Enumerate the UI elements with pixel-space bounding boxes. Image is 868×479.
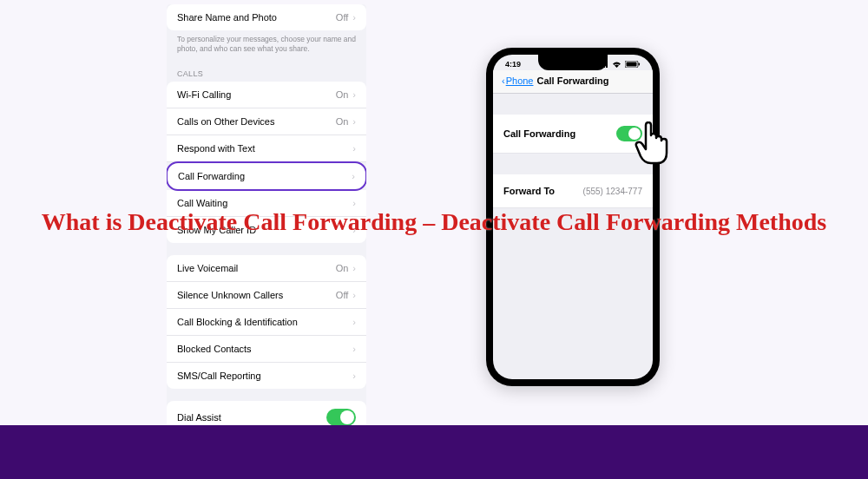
phone-notch (538, 55, 608, 70)
row-label: Call Blocking & Identification (177, 317, 298, 327)
dial-assist-toggle[interactable] (326, 409, 356, 426)
back-label: Phone (506, 75, 534, 86)
calls-header: CALLS (167, 61, 366, 82)
row-label: Call Forwarding (178, 171, 245, 181)
share-hint: To personalize your messages, choose you… (167, 30, 366, 61)
row-label: Call Waiting (177, 198, 227, 208)
chevron-right-icon: › (352, 12, 356, 23)
row-value: Off (336, 290, 348, 300)
pointer-hand-icon (634, 121, 679, 174)
chevron-right-icon: › (352, 116, 356, 127)
forward-number: (555) 1234-777 (583, 187, 642, 196)
back-button[interactable]: ‹ Phone (502, 75, 533, 86)
chevron-right-icon: › (352, 290, 356, 300)
chevron-right-icon: › (352, 263, 356, 273)
row-value: Off (336, 12, 348, 23)
row-label: Calls on Other Devices (177, 116, 275, 127)
phone-row-forwarding: Call Forwarding (493, 115, 653, 154)
row-label: Respond with Text (177, 143, 255, 154)
nav-title: Call Forwarding (536, 75, 608, 86)
status-time: 4:19 (505, 60, 521, 69)
row-other-devices[interactable]: Calls on Other Devices On › (167, 108, 366, 135)
chevron-right-icon: › (352, 344, 356, 354)
row-label: Blocked Contacts (177, 344, 252, 354)
svg-rect-6 (639, 63, 641, 66)
row-value: On (336, 89, 349, 100)
chevron-left-icon: ‹ (502, 75, 505, 86)
battery-icon (625, 61, 641, 68)
headline-text: What is Deactivate Call Forwarding – Dea… (26, 208, 842, 236)
row-live-voicemail[interactable]: Live Voicemail On › (167, 255, 366, 282)
footer-bar (0, 425, 868, 479)
chevron-right-icon: › (352, 371, 356, 381)
row-label: Silence Unknown Callers (177, 290, 283, 300)
row-label: Live Voicemail (177, 263, 238, 273)
row-sms-reporting[interactable]: SMS/Call Reporting › (167, 363, 366, 389)
row-label: Dial Assist (177, 412, 221, 423)
row-value: On (336, 263, 349, 273)
row-blocked-contacts[interactable]: Blocked Contacts › (167, 336, 366, 363)
svg-rect-5 (627, 62, 637, 67)
row-label: Forward To (503, 186, 555, 196)
chevron-right-icon: › (352, 198, 356, 208)
row-value: On (336, 116, 349, 127)
chevron-right-icon: › (352, 171, 355, 181)
nav-bar: ‹ Phone Call Forwarding (493, 70, 653, 94)
chevron-right-icon: › (352, 143, 356, 154)
chevron-right-icon: › (352, 317, 356, 327)
phone-row-forward-to[interactable]: Forward To (555) 1234-777 (493, 174, 653, 208)
row-share-name[interactable]: Share Name and Photo Off › (167, 4, 366, 30)
wifi-icon (611, 61, 622, 68)
row-label: Call Forwarding (503, 128, 575, 139)
chevron-right-icon: › (352, 89, 356, 100)
row-label: Share Name and Photo (177, 12, 277, 23)
row-wifi-calling[interactable]: Wi-Fi Calling On › (167, 82, 366, 108)
row-label: Wi-Fi Calling (177, 89, 231, 100)
row-silence-unknown[interactable]: Silence Unknown Callers Off › (167, 282, 366, 309)
row-call-blocking[interactable]: Call Blocking & Identification › (167, 309, 366, 336)
row-label: SMS/Call Reporting (177, 371, 261, 381)
row-respond-text[interactable]: Respond with Text › (167, 135, 366, 162)
row-call-forwarding[interactable]: Call Forwarding › (167, 161, 366, 191)
